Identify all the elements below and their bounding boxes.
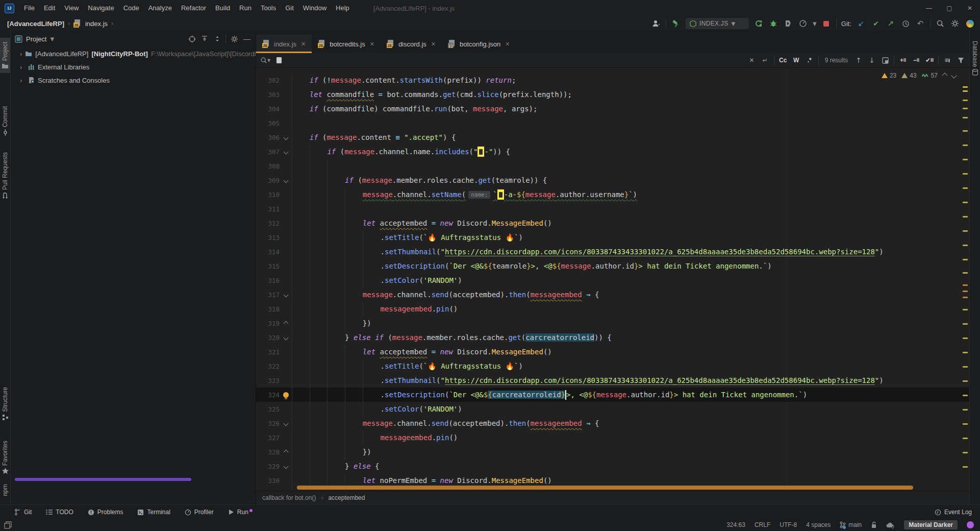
stripe-mark[interactable] xyxy=(963,297,968,298)
code-line-303[interactable]: 303let commandfile = bot.commands.get(cm… xyxy=(256,87,969,102)
indent-setting[interactable]: 4 spaces xyxy=(806,521,831,528)
toolwindow-terminal[interactable]: Terminal xyxy=(137,509,170,516)
remove-occurrence-icon[interactable]: −ll xyxy=(912,55,921,65)
words-toggle[interactable]: W xyxy=(792,55,801,65)
stripe-mark[interactable] xyxy=(963,187,968,189)
search-history-paste-icon[interactable] xyxy=(274,55,284,65)
code-line-321[interactable]: 321let acceptembed = new Discord.Message… xyxy=(256,345,969,359)
code-line-317[interactable]: 317message.channel.send(acceptembed).the… xyxy=(256,287,969,302)
stripe-mark[interactable] xyxy=(963,438,968,439)
match-case-toggle[interactable]: Cc xyxy=(778,55,788,65)
code-line-319[interactable]: 319}) xyxy=(256,316,969,330)
settings-gear-icon[interactable] xyxy=(950,18,960,29)
stripe-mark[interactable] xyxy=(963,117,968,118)
close-tab-icon[interactable]: ✕ xyxy=(301,41,306,47)
stripe-mark[interactable] xyxy=(963,100,968,101)
profiler-button[interactable] xyxy=(798,18,808,29)
user-account-icon[interactable] xyxy=(651,18,661,29)
tool-stripe-commit[interactable]: Commit xyxy=(0,102,10,140)
menu-refactor[interactable]: Refactor xyxy=(177,0,211,16)
stripe-mark[interactable] xyxy=(963,291,968,292)
debug-button[interactable] xyxy=(768,18,778,29)
code-line-307[interactable]: 307if (message.channel.name.includes("-"… xyxy=(256,144,969,159)
regex-toggle[interactable]: .* xyxy=(805,55,814,65)
stripe-mark[interactable] xyxy=(963,245,968,246)
run-configuration-select[interactable]: INDEX.JS ▼ xyxy=(686,18,749,29)
stripe-mark[interactable] xyxy=(963,108,968,109)
stripe-mark[interactable] xyxy=(963,466,968,468)
menu-run[interactable]: Run xyxy=(235,0,256,16)
tool-stripe-favorites[interactable]: Favorites xyxy=(0,437,10,478)
stripe-mark[interactable] xyxy=(963,272,968,274)
menu-code[interactable]: Code xyxy=(119,0,144,16)
code-line-310[interactable]: 310message.channel.setName(name:`-a-${me… xyxy=(256,187,969,202)
stripe-mark[interactable] xyxy=(963,284,968,286)
close-tab-icon[interactable]: ✕ xyxy=(431,41,436,47)
stripe-mark[interactable] xyxy=(963,159,968,160)
view-options-icon[interactable]: ≡ı xyxy=(943,55,952,65)
breadcrumb-scope[interactable]: callback for bot.on() xyxy=(262,494,316,501)
stripe-mark[interactable] xyxy=(963,452,968,453)
previous-occurrence-icon[interactable]: ↑ xyxy=(854,55,863,65)
filter-icon[interactable] xyxy=(956,55,965,65)
select-all-occurrences-icon[interactable] xyxy=(881,55,890,65)
stripe-mark[interactable] xyxy=(963,173,968,175)
next-occurrence-icon[interactable]: ↓ xyxy=(867,55,876,65)
code-line-325[interactable]: 325.setColor('RANDOM') xyxy=(256,402,969,416)
menu-help[interactable]: Help xyxy=(331,0,354,16)
restore-tool-windows-icon[interactable] xyxy=(4,521,12,529)
stripe-mark[interactable] xyxy=(963,144,968,146)
code-line-314[interactable]: 314.setThumbnail("https://cdn.discordapp… xyxy=(256,245,969,259)
search-everywhere-icon[interactable] xyxy=(935,18,945,29)
previous-problem-icon[interactable] xyxy=(942,73,947,78)
history-icon[interactable] xyxy=(900,18,911,29)
git-branch[interactable]: main xyxy=(840,521,862,528)
code-line-329[interactable]: 329} else { xyxy=(256,459,969,473)
error-stripe[interactable] xyxy=(962,68,968,491)
expand-chevron-icon[interactable]: › xyxy=(20,63,25,71)
code-line-313[interactable]: 313.setTitle(`🔥 Auftragsstatus 🔥`) xyxy=(256,230,969,245)
code-line-315[interactable]: 315.setDescription(`Der <@&${teamrole}>,… xyxy=(256,259,969,273)
new-line-icon[interactable]: ↵ xyxy=(761,55,770,65)
code-line-323[interactable]: 323.setThumbnail("https://cdn.discordapp… xyxy=(256,373,969,388)
code-line-322[interactable]: 322.setTitle(`🔥 Auftragsstatus 🔥`) xyxy=(256,359,969,373)
code-line-324[interactable]: 324.setDescription(`Der <@&${carcreatorr… xyxy=(256,388,969,402)
toolwindow-todo[interactable]: TODO xyxy=(46,509,73,516)
stripe-mark[interactable] xyxy=(963,337,968,339)
stripe-mark[interactable] xyxy=(963,90,968,92)
search-icon[interactable]: ▼ xyxy=(260,55,270,65)
locate-file-icon[interactable] xyxy=(187,34,196,43)
tab-botcredits.js[interactable]: JSbotcredits.js✕ xyxy=(312,35,381,53)
stripe-mark[interactable] xyxy=(963,352,968,353)
git-push-icon[interactable]: ↗ xyxy=(886,18,896,29)
menu-edit[interactable]: Edit xyxy=(39,0,60,16)
code-line-306[interactable]: 306if (message.content ≡ ".accept") { xyxy=(256,130,969,144)
collapse-all-icon[interactable] xyxy=(213,34,222,43)
menu-window[interactable]: Window xyxy=(298,0,331,16)
stripe-mark[interactable] xyxy=(963,323,968,325)
code-line-326[interactable]: 326message.channel.send(acceptembed).the… xyxy=(256,416,969,430)
expand-all-icon[interactable] xyxy=(200,34,209,43)
toolwindow-profiler[interactable]: Profiler xyxy=(185,509,214,516)
next-problem-icon[interactable] xyxy=(951,73,957,78)
breadcrumb-project[interactable]: [AdvancedLifeRP] xyxy=(7,20,64,28)
code-line-327[interactable]: 327messageembed.pin() xyxy=(256,430,969,445)
chevron-down-icon[interactable]: ▼ xyxy=(813,21,817,27)
write-access-lock-icon[interactable] xyxy=(871,521,877,528)
tool-stripe-project[interactable]: Project xyxy=(0,38,10,73)
find-input[interactable] xyxy=(288,56,743,65)
code-line-304[interactable]: 304if (commandfile) commandfile.run(bot,… xyxy=(256,102,969,116)
menu-file[interactable]: File xyxy=(19,0,39,16)
theme-indicator[interactable]: Material Darker xyxy=(904,520,958,529)
menu-analyze[interactable]: Analyze xyxy=(144,0,177,16)
horizontal-scrollbar[interactable] xyxy=(297,486,913,490)
code-line-318[interactable]: 318messageembed.pin() xyxy=(256,302,969,316)
stripe-mark[interactable] xyxy=(963,230,968,232)
toolwindow-git[interactable]: Git xyxy=(14,509,32,516)
tool-stripe-database[interactable]: Database xyxy=(970,37,980,80)
chevron-down-icon[interactable]: ▼ xyxy=(50,36,54,42)
panel-settings-gear-icon[interactable] xyxy=(230,34,239,43)
stripe-mark[interactable] xyxy=(963,259,968,260)
build-hammer-icon[interactable] xyxy=(671,18,681,29)
code-line-309[interactable]: 309if (message.member.roles.cache.get(te… xyxy=(256,173,969,187)
